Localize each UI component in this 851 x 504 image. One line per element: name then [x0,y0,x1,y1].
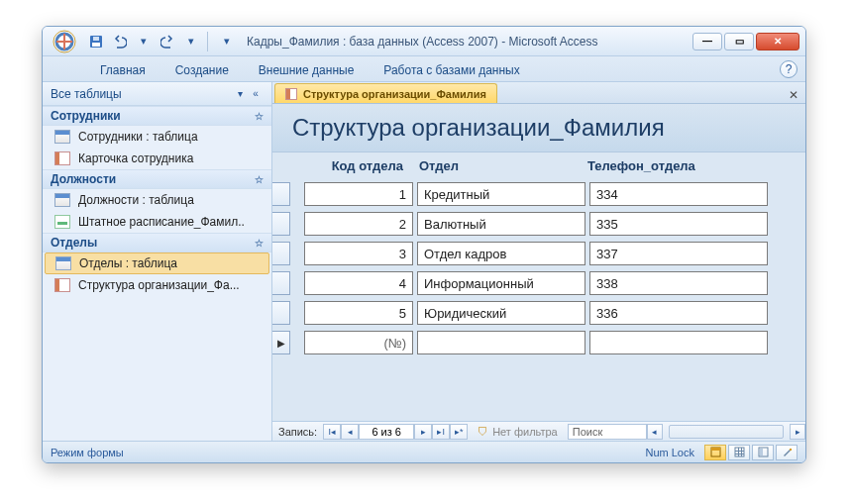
nav-group-positions[interactable]: Должности☆ [43,169,271,189]
cell-dept[interactable]: Юридический [417,301,585,325]
filter-icon: ⛉ [478,426,488,438]
record-navigation-bar: Запись: I◂ ◂ 6 из 6 ▸ ▸I ▸* ⛉ Нет фильтр… [272,421,805,441]
document-tabs: Структура организации_Фамилия ✕ [272,82,805,104]
header-code: Код отдела [304,158,413,173]
office-button[interactable] [49,29,80,54]
nav-group-label: Должности [51,172,116,186]
title-bar: ▾ ▾ ▾ Кадры_Фамилия : база данных (Acces… [43,27,805,56]
hscroll-right-button[interactable]: ▸ [790,424,805,440]
status-bar: Режим формы Num Lock [43,441,805,462]
undo-more-button[interactable]: ▾ [134,32,154,51]
record-row: 3 Отдел кадров 337 [272,239,805,268]
qat-customize-button[interactable]: ▾ [217,32,237,51]
new-record-button[interactable]: ▸* [450,424,468,440]
ribbon-tab-dbtools[interactable]: Работа с базами данных [377,59,525,81]
cell-phone[interactable]: 334 [589,182,768,206]
cell-phone[interactable]: 337 [589,242,768,265]
svg-rect-10 [790,449,792,451]
redo-button[interactable] [158,32,177,51]
nav-group-employees[interactable]: Сотрудники☆ [43,106,271,126]
table-icon [55,256,71,270]
record-selector[interactable] [272,212,290,236]
record-selector[interactable] [272,271,290,295]
record-row-new: ▶ (№) [272,328,805,357]
nav-item-label: Карточка сотрудника [78,151,193,165]
cell-code[interactable]: 1 [304,182,413,206]
ribbon-tab-external[interactable]: Внешние данные [253,59,361,81]
cell-dept[interactable]: Информационный [417,271,585,295]
layout-view-button[interactable] [752,445,774,460]
nav-item-employees-table[interactable]: Сотрудники : таблица [43,126,271,148]
chevron-up-icon: ☆ [255,111,264,122]
header-phone: Телефон_отдела [582,158,760,173]
cell-dept[interactable]: Кредитный [417,182,585,206]
window-controls: — ▭ ✕ [692,33,799,50]
hscroll-track[interactable] [669,425,784,439]
nav-group-label: Отделы [51,236,97,250]
minimize-button[interactable]: — [692,33,722,50]
ribbon-tab-home[interactable]: Главная [94,59,152,81]
nav-group-departments[interactable]: Отделы☆ [43,233,271,252]
datasheet-view-button[interactable] [728,445,750,460]
form-view-button[interactable] [704,445,726,460]
nav-item-departments-table[interactable]: Отделы : таблица [45,252,269,274]
nav-dropdown-button[interactable]: ▾ [232,86,248,102]
nav-item-staffing-report[interactable]: Штатное расписание_Фамил.. [43,211,271,233]
cell-phone[interactable]: 336 [589,301,768,325]
cell-phone[interactable]: 338 [589,271,768,295]
nav-item-org-structure-form[interactable]: Структура организации_Фа... [43,274,271,296]
cell-dept[interactable]: Отдел кадров [417,242,585,265]
table-icon [54,130,70,144]
close-button[interactable]: ✕ [756,33,799,50]
ribbon-tab-create[interactable]: Создание [169,59,235,81]
cell-code[interactable]: 4 [304,271,413,295]
record-counter[interactable]: 6 из 6 [359,424,414,440]
header-dept: Отдел [413,158,582,173]
status-numlock: Num Lock [645,447,694,458]
cell-code[interactable]: 3 [304,242,413,265]
record-row: 5 Юридический 336 [272,298,805,328]
design-view-button[interactable] [776,445,798,460]
chevron-up-icon: ☆ [255,238,264,249]
filter-label: Нет фильтра [492,426,558,438]
quick-access-toolbar: ▾ ▾ ▾ [86,32,237,51]
cell-code-new[interactable]: (№) [304,331,413,354]
record-search-input[interactable]: Поиск [568,424,647,440]
cell-phone[interactable]: 335 [589,212,768,236]
undo-button[interactable] [110,32,130,51]
filter-indicator[interactable]: ⛉ Нет фильтра [478,426,558,438]
navigation-pane: Все таблицы ▾ « Сотрудники☆ Сотрудники :… [43,82,272,441]
view-switcher [704,445,798,460]
record-selector[interactable] [272,301,290,325]
record-selector[interactable] [272,182,290,206]
cell-dept[interactable]: Валютный [417,212,585,236]
record-selector-current[interactable]: ▶ [272,331,290,354]
redo-more-button[interactable]: ▾ [181,32,201,51]
cell-code[interactable]: 2 [304,212,413,236]
window-title: Кадры_Фамилия : база данных (Access 2007… [247,35,692,49]
record-selector[interactable] [272,242,290,265]
nav-collapse-button[interactable]: « [248,86,264,102]
cell-dept-new[interactable] [417,331,585,354]
last-record-button[interactable]: ▸I [432,424,450,440]
nav-pane-header[interactable]: Все таблицы ▾ « [43,82,271,106]
prev-record-button[interactable]: ◂ [341,424,359,440]
nav-item-employee-card[interactable]: Карточка сотрудника [43,148,271,169]
nav-item-label: Сотрудники : таблица [78,130,198,144]
nav-item-positions-table[interactable]: Должности : таблица [43,189,271,211]
cell-phone-new[interactable] [589,331,768,354]
save-button[interactable] [86,32,106,51]
next-record-button[interactable]: ▸ [414,424,432,440]
maximize-button[interactable]: ▭ [724,33,754,50]
document-close-button[interactable]: ✕ [786,87,801,103]
hscroll-left-button[interactable]: ◂ [647,424,663,440]
form-records: 1 Кредитный 334 2 Валютный 335 3 Отдел к… [272,179,805,421]
first-record-button[interactable]: I◂ [323,424,341,440]
help-button[interactable]: ? [780,60,798,78]
svg-rect-6 [711,448,720,451]
content-area: Все таблицы ▾ « Сотрудники☆ Сотрудники :… [43,82,805,441]
cell-code[interactable]: 5 [304,301,413,325]
document-tab-org-structure[interactable]: Структура организации_Фамилия [274,83,497,103]
svg-rect-3 [92,43,100,47]
app-window: ▾ ▾ ▾ Кадры_Фамилия : база данных (Acces… [42,26,806,463]
